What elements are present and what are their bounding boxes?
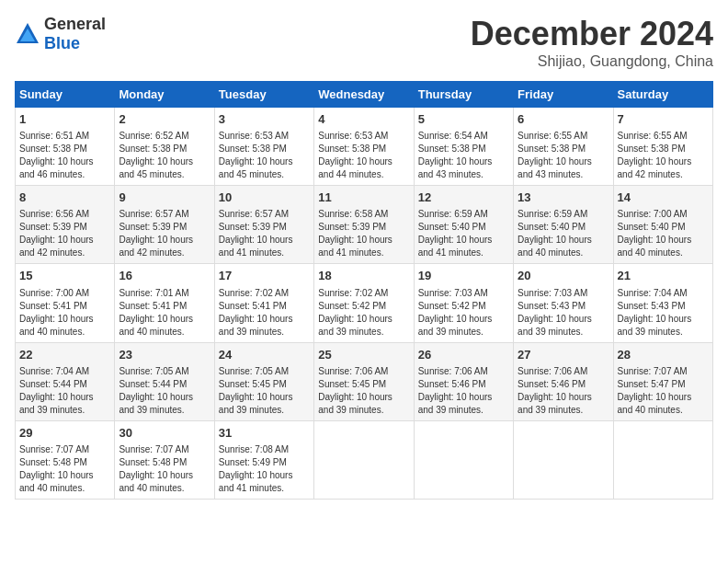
calendar-cell: 7Sunrise: 6:55 AMSunset: 5:38 PMDaylight… [613,108,712,186]
calendar-cell: 26Sunrise: 7:06 AMSunset: 5:46 PMDayligh… [414,342,513,420]
day-number: 30 [119,425,210,442]
day-number: 14 [618,190,709,206]
day-number: 7 [618,111,709,128]
day-info: Sunrise: 7:04 AMSunset: 5:44 PMDaylight:… [19,365,110,417]
calendar-cell: 28Sunrise: 7:07 AMSunset: 5:47 PMDayligh… [613,342,712,420]
page-header: General Blue December 2024 Shijiao, Guan… [15,15,713,70]
day-info: Sunrise: 6:54 AMSunset: 5:38 PMDaylight:… [418,130,509,181]
calendar-cell: 14Sunrise: 7:00 AMSunset: 5:40 PMDayligh… [613,186,712,264]
day-info: Sunrise: 6:52 AMSunset: 5:38 PMDaylight:… [119,130,210,181]
day-info: Sunrise: 7:07 AMSunset: 5:48 PMDaylight:… [119,443,210,495]
day-info: Sunrise: 6:59 AMSunset: 5:40 PMDaylight:… [418,208,509,259]
day-number: 31 [219,425,310,442]
day-number: 23 [119,347,210,363]
calendar-header: Sunday Monday Tuesday Wednesday Thursday… [16,82,713,108]
calendar-cell [514,420,613,499]
calendar-cell: 24Sunrise: 7:05 AMSunset: 5:45 PMDayligh… [214,342,313,420]
calendar-cell: 9Sunrise: 6:57 AMSunset: 5:39 PMDaylight… [115,186,214,264]
col-tuesday: Tuesday [214,82,313,108]
calendar-cell: 6Sunrise: 6:55 AMSunset: 5:38 PMDaylight… [514,108,613,186]
day-info: Sunrise: 7:06 AMSunset: 5:46 PMDaylight:… [418,365,509,417]
calendar-cell: 21Sunrise: 7:04 AMSunset: 5:43 PMDayligh… [613,264,712,342]
day-info: Sunrise: 7:05 AMSunset: 5:44 PMDaylight:… [119,365,210,417]
calendar-cell: 15Sunrise: 7:00 AMSunset: 5:41 PMDayligh… [16,264,115,342]
day-number: 12 [418,190,509,206]
day-info: Sunrise: 6:57 AMSunset: 5:39 PMDaylight:… [119,208,210,259]
calendar-cell [613,420,712,499]
calendar-cell: 11Sunrise: 6:58 AMSunset: 5:39 PMDayligh… [314,186,414,264]
calendar-cell: 22Sunrise: 7:04 AMSunset: 5:44 PMDayligh… [16,342,115,420]
day-number: 18 [318,268,409,284]
calendar-cell: 18Sunrise: 7:02 AMSunset: 5:42 PMDayligh… [314,264,414,342]
calendar-cell: 8Sunrise: 6:56 AMSunset: 5:39 PMDaylight… [16,186,115,264]
calendar-cell: 19Sunrise: 7:03 AMSunset: 5:42 PMDayligh… [414,264,513,342]
calendar-cell: 10Sunrise: 6:57 AMSunset: 5:39 PMDayligh… [214,186,313,264]
day-number: 28 [618,347,709,363]
day-info: Sunrise: 7:08 AMSunset: 5:49 PMDaylight:… [219,443,310,495]
day-info: Sunrise: 7:00 AMSunset: 5:41 PMDaylight:… [19,287,110,339]
day-number: 15 [19,268,110,284]
day-info: Sunrise: 7:01 AMSunset: 5:41 PMDaylight:… [119,287,210,339]
day-number: 1 [19,111,110,128]
header-row: Sunday Monday Tuesday Wednesday Thursday… [16,82,713,108]
day-info: Sunrise: 7:06 AMSunset: 5:46 PMDaylight:… [518,365,609,417]
day-number: 22 [19,347,110,363]
calendar-cell: 20Sunrise: 7:03 AMSunset: 5:43 PMDayligh… [514,264,613,342]
day-info: Sunrise: 6:55 AMSunset: 5:38 PMDaylight:… [618,130,709,181]
calendar-row: 8Sunrise: 6:56 AMSunset: 5:39 PMDaylight… [16,186,713,264]
day-number: 5 [418,111,509,128]
day-number: 2 [119,111,210,128]
day-info: Sunrise: 6:59 AMSunset: 5:40 PMDaylight:… [518,208,609,259]
calendar-table: Sunday Monday Tuesday Wednesday Thursday… [15,81,713,500]
col-wednesday: Wednesday [314,82,414,108]
day-info: Sunrise: 6:56 AMSunset: 5:39 PMDaylight:… [19,208,110,259]
day-info: Sunrise: 7:03 AMSunset: 5:43 PMDaylight:… [518,287,609,339]
calendar-cell: 30Sunrise: 7:07 AMSunset: 5:48 PMDayligh… [115,420,214,499]
day-number: 27 [518,347,609,363]
day-info: Sunrise: 7:07 AMSunset: 5:47 PMDaylight:… [618,365,709,417]
col-friday: Friday [514,82,613,108]
day-number: 9 [119,190,210,206]
day-info: Sunrise: 6:53 AMSunset: 5:38 PMDaylight:… [318,130,409,181]
calendar-cell [314,420,414,499]
calendar-cell: 12Sunrise: 6:59 AMSunset: 5:40 PMDayligh… [414,186,513,264]
day-number: 11 [318,190,409,206]
month-title: December 2024 [471,15,713,53]
calendar-row: 29Sunrise: 7:07 AMSunset: 5:48 PMDayligh… [16,420,713,499]
day-info: Sunrise: 7:07 AMSunset: 5:48 PMDaylight:… [19,443,110,495]
day-number: 3 [219,111,310,128]
day-info: Sunrise: 7:00 AMSunset: 5:40 PMDaylight:… [618,208,709,259]
day-info: Sunrise: 6:57 AMSunset: 5:39 PMDaylight:… [219,208,310,259]
calendar-cell: 5Sunrise: 6:54 AMSunset: 5:38 PMDaylight… [414,108,513,186]
logo-icon [15,21,40,47]
calendar-cell: 4Sunrise: 6:53 AMSunset: 5:38 PMDaylight… [314,108,414,186]
day-number: 13 [518,190,609,206]
calendar-cell [414,420,513,499]
logo-blue-text: Blue [44,34,80,52]
col-thursday: Thursday [414,82,513,108]
day-number: 8 [19,190,110,206]
day-info: Sunrise: 7:02 AMSunset: 5:41 PMDaylight:… [219,287,310,339]
day-number: 4 [318,111,409,128]
location: Shijiao, Guangdong, China [471,53,713,70]
day-info: Sunrise: 7:04 AMSunset: 5:43 PMDaylight:… [618,287,709,339]
day-info: Sunrise: 7:03 AMSunset: 5:42 PMDaylight:… [418,287,509,339]
calendar-cell: 27Sunrise: 7:06 AMSunset: 5:46 PMDayligh… [514,342,613,420]
day-number: 10 [219,190,310,206]
day-number: 19 [418,268,509,284]
day-number: 17 [219,268,310,284]
day-number: 25 [318,347,409,363]
col-monday: Monday [115,82,214,108]
calendar-cell: 31Sunrise: 7:08 AMSunset: 5:49 PMDayligh… [214,420,313,499]
day-number: 20 [518,268,609,284]
calendar-cell: 17Sunrise: 7:02 AMSunset: 5:41 PMDayligh… [214,264,313,342]
day-number: 6 [518,111,609,128]
calendar-cell: 29Sunrise: 7:07 AMSunset: 5:48 PMDayligh… [16,420,115,499]
day-info: Sunrise: 6:51 AMSunset: 5:38 PMDaylight:… [19,130,110,181]
day-info: Sunrise: 7:02 AMSunset: 5:42 PMDaylight:… [318,287,409,339]
calendar-cell: 16Sunrise: 7:01 AMSunset: 5:41 PMDayligh… [115,264,214,342]
day-number: 29 [19,425,110,442]
day-number: 16 [119,268,210,284]
day-info: Sunrise: 7:05 AMSunset: 5:45 PMDaylight:… [219,365,310,417]
calendar-row: 15Sunrise: 7:00 AMSunset: 5:41 PMDayligh… [16,264,713,342]
